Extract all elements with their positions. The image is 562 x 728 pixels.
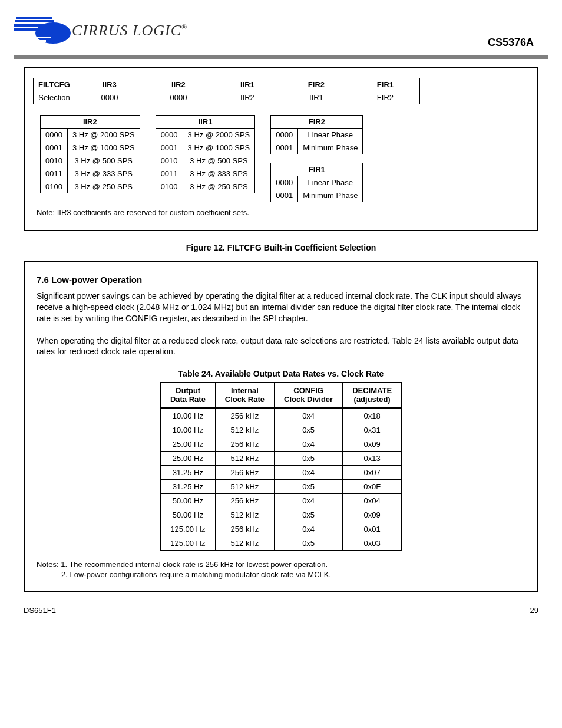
iir2-r1c1: 3 Hz @ 1000 SPS [67,141,140,154]
brand-name: CIRRUS LOGIC [72,22,181,39]
filtcfg-main-row: FILTCFG IIR3 IIR2 IIR1 FIR2 FIR1 Selecti… [33,78,529,104]
table-cell: 512 kHz [215,480,274,494]
fir-column: FIR2 0000Linear Phase 0001Minimum Phase … [270,115,363,202]
filtcfg-r0: Selection [34,91,75,104]
low-power-notes: Notes: 1. The recommended internal clock… [37,560,525,579]
table-cell: 0x4 [275,409,343,423]
table-row: 10.00 Hz256 kHz0x40x18 [160,409,401,423]
table-cell: 0x4 [275,494,343,508]
fir2-r0c0: 0000 [271,129,298,141]
svg-rect-5 [29,37,51,38]
low-power-body-3: When operating the digital filter at a r… [37,336,518,357]
lp-note-2: 2. Low-power configurations require a ma… [61,570,525,579]
filtcfg-r2: 0000 [144,91,213,104]
table-cell: 256 kHz [215,466,274,480]
fir1-r1c0: 0001 [271,189,298,202]
iir1-r0c0: 0000 [156,129,183,141]
table-cell: 50.00 Hz [160,494,215,508]
table-cell: 31.25 Hz [160,480,215,494]
t24-h1: Internal Clock Rate [215,383,274,409]
table-cell: 50.00 Hz [160,508,215,522]
table-cell: 0x5 [275,452,343,466]
low-power-body: Significant power savings can be achieve… [37,291,525,357]
table-cell: 125.00 Hz [160,536,215,551]
fir1-title: FIR1 [271,163,363,176]
iir2-r0c1: 3 Hz @ 2000 SPS [67,129,140,141]
iir1-table: IIR1 00003 Hz @ 2000 SPS 00013 Hz @ 1000… [156,115,256,193]
table-row: 25.00 Hz256 kHz0x40x09 [160,437,401,452]
iir2-r0c0: 0000 [41,129,68,141]
page: CIRRUS LOGIC® CS5376A FILTCFG IIR3 IIR2 … [0,0,562,631]
table-cell: 10.00 Hz [160,423,215,437]
table-cell: 31.25 Hz [160,466,215,480]
table-cell: 0x5 [275,536,343,551]
table-cell: 0x09 [343,508,402,522]
iir1-r2c0: 0010 [156,154,183,167]
table-cell: 256 kHz [215,409,274,423]
table-row: 10.00 Hz512 kHz0x50x31 [160,423,401,437]
svg-rect-1 [15,20,54,22]
t24-h1-text: Internal Clock Rate [225,386,265,404]
table-row: 31.25 Hz256 kHz0x40x07 [160,466,401,480]
iir2-r1c0: 0001 [41,141,68,154]
table-24-caption: Table 24. Available Output Data Rates vs… [37,369,525,378]
table-row: 25.00 Hz512 kHz0x50x13 [160,452,401,466]
table-cell: 0x04 [343,494,402,508]
t24-h2: CONFIG Clock Divider [275,383,343,409]
table-cell: 0x5 [275,423,343,437]
table-cell: 25.00 Hz [160,437,215,452]
brand-text: CIRRUS LOGIC® [72,22,187,39]
filtcfg-main-table: FILTCFG IIR3 IIR2 IIR1 FIR2 FIR1 Selecti… [33,78,420,104]
table-row: 125.00 Hz256 kHz0x40x01 [160,522,401,536]
filtcfg-r4: IIR1 [282,91,351,104]
low-power-section: 7.6 Low-power Operation Significant powe… [24,261,538,592]
table-cell: 0x13 [343,452,402,466]
fir2-r0c1: Linear Phase [298,129,363,141]
iir2-r3c1: 3 Hz @ 333 SPS [67,167,140,180]
device-name: CS5376A [488,37,534,49]
table-cell: 0x5 [275,508,343,522]
filtcfg-h5: FIR1 [351,78,419,91]
fir2-table: FIR2 0000Linear Phase 0001Minimum Phase [270,115,363,154]
iir2-r2c0: 0010 [41,154,68,167]
table-cell: 512 kHz [215,423,274,437]
table-row: 50.00 Hz256 kHz0x40x04 [160,494,401,508]
fir1-table: FIR1 0000Linear Phase 0001Minimum Phase [270,163,363,202]
table-row: 31.25 Hz512 kHz0x50x0F [160,480,401,494]
table-cell: 256 kHz [215,522,274,536]
table-cell: 0x5 [275,480,343,494]
registered-icon: ® [181,23,187,31]
table-cell: 0x4 [275,437,343,452]
page-header: CIRRUS LOGIC® CS5376A [0,0,562,51]
table-cell: 125.00 Hz [160,522,215,536]
iir1-r3c1: 3 Hz @ 333 SPS [183,167,255,180]
footer-left: DS651F1 [24,606,56,615]
t24-h2-text: CONFIG Clock Divider [284,386,333,404]
filtcfg-h3: IIR1 [213,78,282,91]
table-cell: 0x0F [343,480,402,494]
iir1-r2c1: 3 Hz @ 500 SPS [183,154,255,167]
iir2-r2c1: 3 Hz @ 500 SPS [67,154,140,167]
fir2-title: FIR2 [271,116,363,129]
iir1-r3c0: 0011 [156,167,183,180]
fir1-r0c0: 0000 [271,176,298,189]
iir2-title: IIR2 [41,116,140,129]
page-footer: DS651F1 29 [0,604,562,631]
filtcfg-h4: FIR2 [282,78,351,91]
figure-12-section: FILTCFG IIR3 IIR2 IIR1 FIR2 FIR1 Selecti… [24,67,538,231]
filtcfg-r1: 0000 [75,91,144,104]
table-cell: 0x4 [275,522,343,536]
table-cell: 0x4 [275,466,343,480]
filtcfg-h0: FILTCFG [34,78,75,91]
table-cell: 10.00 Hz [160,409,215,423]
iir1-r4c1: 3 Hz @ 250 SPS [183,180,255,193]
iir1-r1c1: 3 Hz @ 1000 SPS [183,141,255,154]
figure-12-note: Note: IIR3 coefficients are reserved for… [37,208,529,217]
table-cell: 512 kHz [215,452,274,466]
filtcfg-sub-tables: IIR2 00003 Hz @ 2000 SPS 00013 Hz @ 1000… [40,115,529,202]
t24-h0: Output Data Rate [160,383,215,409]
iir2-table: IIR2 00003 Hz @ 2000 SPS 00013 Hz @ 1000… [40,115,140,193]
filtcfg-h1: IIR3 [75,78,144,91]
t24-h3-text: DECIMATE (adjusted) [352,386,392,404]
table-row: 125.00 Hz512 kHz0x50x03 [160,536,401,551]
